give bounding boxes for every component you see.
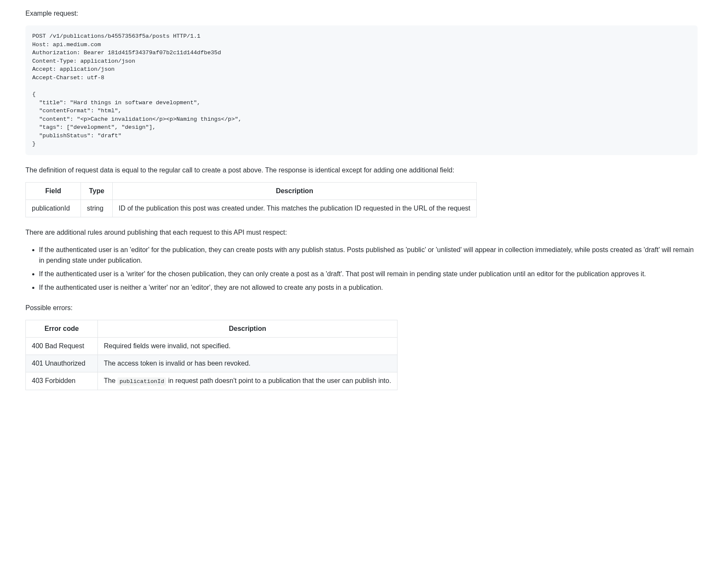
th-error-code: Error code bbox=[26, 320, 98, 338]
td-error-description: Required fields were invalid, not specif… bbox=[98, 338, 398, 355]
desc-suffix: in request path doesn't point to a publi… bbox=[166, 377, 391, 384]
desc-prefix: The bbox=[104, 377, 117, 384]
table-row: 403 Forbidden The publicationId in reque… bbox=[26, 372, 398, 390]
td-error-description: The access token is invalid or has been … bbox=[98, 355, 398, 372]
list-item: If the authenticated user is an 'editor'… bbox=[39, 244, 698, 266]
list-item: If the authenticated user is neither a '… bbox=[39, 282, 698, 293]
code-content: POST /v1/publications/b45573563f5a/posts… bbox=[32, 32, 691, 148]
table-row: publicationId string ID of the publicati… bbox=[26, 200, 477, 217]
table-row: 401 Unauthorized The access token is inv… bbox=[26, 355, 398, 372]
fields-table: Field Type Description publicationId str… bbox=[25, 182, 698, 217]
td-description: ID of the publication this post was crea… bbox=[113, 200, 477, 217]
td-field: publicationId bbox=[26, 200, 81, 217]
td-error-code: 403 Forbidden bbox=[26, 372, 98, 390]
list-item: If the authenticated user is a 'writer' … bbox=[39, 269, 698, 280]
th-field: Field bbox=[26, 182, 81, 200]
rules-list: If the authenticated user is an 'editor'… bbox=[25, 244, 698, 293]
possible-errors-label: Possible errors: bbox=[25, 303, 698, 313]
example-request-label: Example request: bbox=[25, 8, 698, 19]
table-row: 400 Bad Request Required fields were inv… bbox=[26, 338, 398, 355]
additional-rules-text: There are additional rules around publis… bbox=[25, 227, 698, 238]
th-error-description: Description bbox=[98, 320, 398, 338]
th-type: Type bbox=[81, 182, 113, 200]
errors-table: Error code Description 400 Bad Request R… bbox=[25, 320, 432, 390]
example-request-code: POST /v1/publications/b45573563f5a/posts… bbox=[25, 25, 698, 155]
table-header-row: Error code Description bbox=[26, 320, 398, 338]
td-error-code: 400 Bad Request bbox=[26, 338, 98, 355]
td-error-description: The publicationId in request path doesn'… bbox=[98, 372, 398, 390]
definition-text: The definition of request data is equal … bbox=[25, 165, 698, 175]
inline-code: publicationId bbox=[117, 377, 166, 386]
th-description: Description bbox=[113, 182, 477, 200]
table-header-row: Field Type Description bbox=[26, 182, 477, 200]
td-error-code: 401 Unauthorized bbox=[26, 355, 98, 372]
td-type: string bbox=[81, 200, 113, 217]
